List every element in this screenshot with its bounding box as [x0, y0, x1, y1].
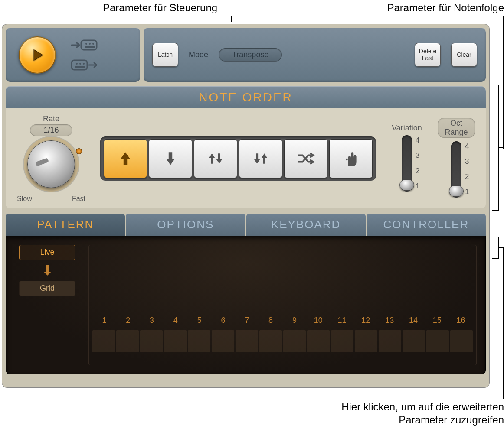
midi-routing-icons: [69, 37, 99, 73]
shuffle-icon: [297, 150, 315, 168]
variation-ticks: 4 3 2 1: [416, 136, 419, 191]
variation-slider-block: Variation 4 3 2 1: [388, 124, 425, 193]
rate-led: [76, 148, 82, 154]
octrange-slider-thumb[interactable]: [449, 185, 464, 197]
direction-button-group: [100, 136, 376, 181]
annotation-control-params: Parameter für Steuerung: [103, 2, 217, 14]
octrange-label[interactable]: Oct Range: [438, 118, 475, 138]
direction-up-button[interactable]: [104, 139, 147, 178]
play-button[interactable]: [19, 36, 56, 74]
extended-tabs: PATTERN OPTIONS KEYBOARD CONTROLLER: [6, 214, 486, 236]
midi-out-icon[interactable]: [69, 57, 99, 73]
arrow-down-icon: [161, 150, 180, 168]
callout-bracket-action: [237, 16, 488, 22]
octrange-slider[interactable]: [451, 141, 461, 198]
callout-bracket-control: [3, 16, 232, 22]
octrange-ticks: 4 3 2 1: [465, 142, 469, 197]
svg-rect-10: [75, 66, 85, 68]
octrange-slider-block: Oct Range 4 3 2 1: [438, 118, 475, 199]
latch-button[interactable]: Latch: [152, 43, 178, 67]
svg-rect-5: [85, 46, 95, 48]
rate-value[interactable]: 1/16: [30, 124, 72, 136]
variation-label: Variation: [388, 124, 425, 133]
live-button[interactable]: Live: [19, 245, 75, 260]
delete-last-button[interactable]: Delete Last: [415, 43, 441, 67]
rate-block: Rate 1/16 Slow Fast: [14, 114, 88, 203]
svg-rect-6: [72, 60, 87, 70]
note-order-section: NOTE ORDER Rate 1/16 Slow Fast: [6, 86, 486, 208]
tab-keyboard[interactable]: KEYBOARD: [246, 214, 366, 236]
svg-point-4: [92, 43, 94, 45]
pattern-panel: Live ⬇ Grid 1 2 3 4 5 6 7 8 9 10 11 12 1…: [6, 236, 486, 374]
svg-point-2: [85, 43, 87, 45]
svg-point-3: [89, 43, 91, 45]
play-icon: [30, 48, 45, 62]
direction-outsidein-button[interactable]: [239, 139, 282, 178]
svg-point-9: [83, 63, 85, 65]
annotation-noteorder-params: Parameter für Notenfolge: [387, 2, 504, 14]
hand-icon: [342, 150, 360, 168]
clear-button[interactable]: Clear: [451, 43, 477, 67]
svg-point-7: [76, 63, 78, 65]
arpeggiator-plugin-window: Latch Mode Transpose Delete Last Clear N…: [2, 24, 490, 388]
note-order-title: NOTE ORDER: [6, 86, 486, 108]
svg-rect-1: [81, 40, 97, 50]
mode-label: Mode: [189, 50, 208, 59]
rate-knob[interactable]: [27, 140, 75, 188]
step-numbers: 1 2 3 4 5 6 7 8 9 10 11 12 13 14 15 16: [89, 316, 476, 325]
live-to-grid-arrow-icon[interactable]: ⬇: [42, 263, 53, 277]
step-grid[interactable]: 1 2 3 4 5 6 7 8 9 10 11 12 13 14 15 16: [88, 245, 477, 365]
direction-down-button[interactable]: [149, 139, 192, 178]
direction-random-button[interactable]: [284, 139, 327, 178]
callout-bracket-noteorder: [492, 85, 499, 211]
arrow-outsidein-icon: [252, 150, 270, 168]
annotation-extended-1: Hier klicken, um auf die erweiterten: [341, 401, 504, 413]
callout-bracket-tabs: [492, 237, 499, 259]
svg-marker-0: [34, 49, 43, 60]
arrow-updown-icon: [206, 150, 225, 168]
midi-in-icon[interactable]: [69, 37, 99, 53]
tab-pattern[interactable]: PATTERN: [6, 214, 125, 236]
tab-options[interactable]: OPTIONS: [126, 214, 245, 236]
variation-slider-thumb[interactable]: [399, 179, 414, 191]
svg-point-8: [79, 63, 81, 65]
mode-select[interactable]: Transpose: [219, 48, 282, 62]
step-bars[interactable]: [92, 330, 473, 352]
arrow-up-icon: [116, 150, 134, 168]
direction-asplayed-button[interactable]: [329, 139, 373, 178]
tab-controller[interactable]: CONTROLLER: [367, 214, 486, 236]
variation-slider[interactable]: [402, 135, 412, 192]
grid-button[interactable]: Grid: [19, 281, 75, 296]
action-panel: Latch Mode Transpose Delete Last Clear: [144, 28, 486, 82]
callout-leader-tabs-down: [503, 247, 504, 399]
direction-updown-button[interactable]: [194, 139, 237, 178]
annotation-extended-2: Parameter zuzugreifen: [399, 414, 504, 426]
rate-label: Rate: [14, 114, 88, 124]
callout-leader-noteorder-down: [503, 16, 504, 149]
control-panel: [6, 28, 140, 82]
